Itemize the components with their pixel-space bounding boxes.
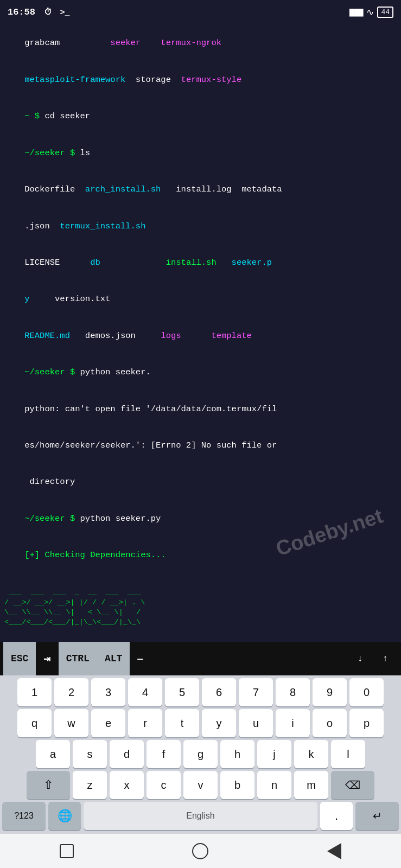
key-o[interactable]: o xyxy=(313,709,347,737)
ascii-art: ___ ___ ___ _ __ ___ ___ / __>/ __>/ __>… xyxy=(4,578,397,627)
key-d[interactable]: d xyxy=(110,740,144,768)
home-button[interactable] xyxy=(187,841,214,861)
home-icon xyxy=(192,843,208,859)
number-row: 1 2 3 4 5 6 7 8 9 0 xyxy=(0,675,401,706)
esc-button[interactable]: ESC xyxy=(3,642,36,675)
back-button[interactable] xyxy=(321,841,348,861)
stop-icon xyxy=(60,844,74,858)
key-0[interactable]: 0 xyxy=(349,678,384,706)
key-i[interactable]: i xyxy=(276,709,310,737)
period-key[interactable]: . xyxy=(320,802,353,830)
signal-icon: ▇▇▇ xyxy=(349,8,363,17)
status-bar: 16:58 ⏱ >_ ▇▇▇ ∿ 44 xyxy=(0,0,401,23)
key-x[interactable]: x xyxy=(110,771,144,799)
terminal-line: ~ $ cd seeker xyxy=(4,98,397,135)
terminal-line: python: can't open file '/data/data/com.… xyxy=(4,391,397,427)
key-p[interactable]: p xyxy=(349,709,384,737)
terminal-line: .json termux_install.sh xyxy=(4,208,397,244)
key-1[interactable]: 1 xyxy=(17,678,52,706)
key-r[interactable]: r xyxy=(128,709,162,737)
globe-key[interactable]: 🌐 xyxy=(48,802,81,830)
key-8[interactable]: 8 xyxy=(276,678,310,706)
key-u[interactable]: u xyxy=(239,709,273,737)
key-3[interactable]: 3 xyxy=(91,678,125,706)
key-w[interactable]: w xyxy=(54,709,88,737)
terminal-line: es/home/seeker/seeker.': [Errno 2] No su… xyxy=(4,427,397,463)
backspace-key[interactable]: ⌫ xyxy=(331,771,374,799)
time-display: 16:58 ⏱ >_ xyxy=(8,7,69,17)
key-5[interactable]: 5 xyxy=(165,678,199,706)
key-2[interactable]: 2 xyxy=(54,678,88,706)
zxcv-row: ⇧ z x c v b n m ⌫ xyxy=(0,768,401,799)
key-l[interactable]: l xyxy=(331,740,365,768)
key-q[interactable]: q xyxy=(17,709,52,737)
key-a[interactable]: a xyxy=(36,740,70,768)
key-n[interactable]: n xyxy=(257,771,291,799)
terminal-line: README.md demos.json logs template xyxy=(4,317,397,354)
dash-button[interactable]: — xyxy=(130,642,150,675)
key-7[interactable]: 7 xyxy=(239,678,273,706)
status-icons: ▇▇▇ ∿ 44 xyxy=(349,7,393,18)
shift-key[interactable]: ⇧ xyxy=(27,771,70,799)
ctrl-button[interactable]: CTRL xyxy=(59,642,97,675)
stop-button[interactable] xyxy=(53,841,80,861)
key-4[interactable]: 4 xyxy=(128,678,162,706)
toolbar: ESC ⇥ CTRL ALT — ↓ ↑ xyxy=(0,642,401,675)
key-y[interactable]: y xyxy=(202,709,236,737)
alt-button[interactable]: ALT xyxy=(97,642,130,675)
terminal-line: grabcam seeker termux-ngrok xyxy=(4,25,397,61)
terminal-line: ~/seeker $ python seeker.py xyxy=(4,500,397,537)
key-m[interactable]: m xyxy=(294,771,328,799)
nav-bar xyxy=(0,833,401,868)
back-icon xyxy=(327,843,341,859)
created-by: [>] Created By : thewhiteh4t xyxy=(4,634,397,642)
arrow-buttons: ↓ ↑ xyxy=(352,654,398,664)
key-h[interactable]: h xyxy=(220,740,254,768)
bottom-row: ?123 🌐 English . ↵ xyxy=(0,799,401,833)
arrow-down-button[interactable]: ↓ xyxy=(352,654,368,664)
asdf-row: a s d f g h j k l xyxy=(0,737,401,768)
terminal-line: metasploit-framework storage termux-styl… xyxy=(4,61,397,98)
wifi-icon: ∿ xyxy=(366,7,374,18)
arrow-up-button[interactable]: ↑ xyxy=(377,654,393,664)
terminal-line: ~/seeker $ python seeker. xyxy=(4,354,397,391)
terminal[interactable]: grabcam seeker termux-ngrok metasploit-f… xyxy=(0,23,401,642)
key-z[interactable]: z xyxy=(73,771,107,799)
key-s[interactable]: s xyxy=(73,740,107,768)
key-6[interactable]: 6 xyxy=(202,678,236,706)
key-v[interactable]: v xyxy=(183,771,218,799)
keyboard: 1 2 3 4 5 6 7 8 9 0 q w e r t y u i o p … xyxy=(0,675,401,833)
enter-key[interactable]: ↵ xyxy=(355,802,399,830)
terminal-line: ~/seeker $ ls xyxy=(4,135,397,171)
key-9[interactable]: 9 xyxy=(313,678,347,706)
terminal-line: LICENSE db install.sh seeker.p xyxy=(4,244,397,280)
terminal-line: Dockerfile arch_install.sh install.log m… xyxy=(4,171,397,208)
qwerty-row: q w e r t y u i o p xyxy=(0,706,401,737)
tab-button[interactable]: ⇥ xyxy=(36,642,58,675)
key-c[interactable]: c xyxy=(147,771,181,799)
num-sym-key[interactable]: ?123 xyxy=(2,802,46,830)
key-k[interactable]: k xyxy=(294,740,328,768)
key-t[interactable]: t xyxy=(165,709,199,737)
space-key[interactable]: English xyxy=(84,802,317,830)
terminal-line: [+] Checking Dependencies... xyxy=(4,537,397,573)
terminal-line: directory xyxy=(4,464,397,500)
key-j[interactable]: j xyxy=(257,740,291,768)
key-g[interactable]: g xyxy=(183,740,218,768)
key-e[interactable]: e xyxy=(91,709,125,737)
battery-icon: 44 xyxy=(377,7,393,18)
key-b[interactable]: b xyxy=(220,771,254,799)
terminal-line: y version.txt xyxy=(4,281,397,317)
key-f[interactable]: f xyxy=(147,740,181,768)
